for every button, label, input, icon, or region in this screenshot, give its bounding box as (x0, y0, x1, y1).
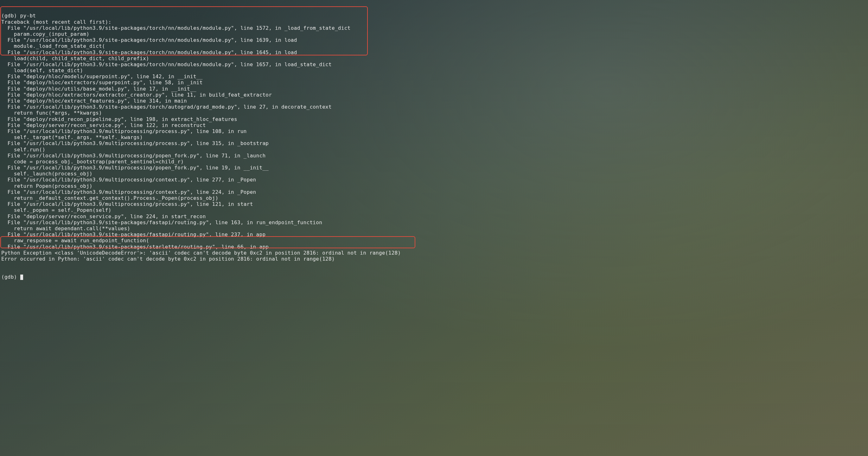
terminal-line: Error occurred in Python: 'ascii' codec … (1, 256, 867, 262)
terminal-line: return _default_context.get_context().Pr… (1, 195, 867, 201)
terminal-line: File "/usr/local/lib/python3.9/site-pack… (1, 50, 867, 56)
terminal-line: load(child, child_state_dict, child_pref… (1, 56, 867, 61)
terminal-line: File "deploy/hloc/models/superpoint.py",… (1, 73, 867, 79)
terminal-line: File "/usr/local/lib/python3.9/multiproc… (1, 165, 867, 171)
cursor-icon (20, 274, 23, 280)
terminal-line: (gdb) py-bt (1, 13, 867, 19)
terminal-line: Python Exception <class 'UnicodeDecodeEr… (1, 250, 867, 256)
terminal-line: self._target(*self._args, **self._kwargs… (1, 134, 867, 140)
terminal-line: File "deploy/hloc/extract_features.py", … (1, 98, 867, 104)
terminal-line: return Popen(process_obj) (1, 183, 867, 189)
terminal-line: code = process_obj._bootstrap(parent_sen… (1, 159, 867, 165)
terminal-line: module._load_from_state_dict( (1, 43, 867, 49)
terminal-line: File "deploy/hloc/extractors/superpoint.… (1, 79, 867, 86)
terminal-line: Traceback (most recent call first): (1, 19, 867, 25)
terminal-line: File "/usr/local/lib/python3.9/site-pack… (1, 244, 867, 250)
terminal-line: self._launch(process_obj) (1, 171, 867, 177)
gdb-prompt-line[interactable]: (gdb) (1, 274, 867, 280)
terminal-line: raw_response = await run_endpoint_functi… (1, 237, 867, 243)
terminal-line: File "/usr/local/lib/python3.9/multiproc… (1, 140, 867, 146)
terminal-line: File "deploy/server/recon_service.py", l… (1, 214, 867, 220)
terminal-line: File "/usr/local/lib/python3.9/multiproc… (1, 128, 867, 134)
gdb-prompt-text: (gdb) (1, 274, 20, 280)
terminal-line: File "deploy/server/recon_service.py", l… (1, 122, 867, 128)
terminal-line: File "/usr/local/lib/python3.9/site-pack… (1, 220, 867, 225)
terminal-line: return func(*args, **kwargs) (1, 110, 867, 116)
terminal-line: File "deploy/rokid_recon_pipeline.py", l… (1, 116, 867, 122)
terminal-output[interactable]: (gdb) py-btTraceback (most recent call f… (0, 0, 868, 287)
terminal-line: File "/usr/local/lib/python3.9/site-pack… (1, 25, 867, 31)
terminal-line: self._popen = self._Popen(self) (1, 207, 867, 213)
terminal-line: load(self, state_dict) (1, 67, 867, 73)
terminal-line: return await dependant.call(**values) (1, 225, 867, 231)
terminal-line: param.copy_(input_param) (1, 31, 867, 37)
terminal-line: File "/usr/local/lib/python3.9/multiproc… (1, 189, 867, 195)
terminal-line: self.run() (1, 146, 867, 153)
terminal-line: File "/usr/local/lib/python3.9/site-pack… (1, 104, 867, 110)
terminal-line: File "/usr/local/lib/python3.9/site-pack… (1, 231, 867, 237)
terminal-line: File "/usr/local/lib/python3.9/site-pack… (1, 61, 867, 67)
terminal-line: File "deploy/hloc/extractors/extractor_c… (1, 92, 867, 98)
terminal-line: File "/usr/local/lib/python3.9/site-pack… (1, 37, 867, 43)
terminal-line: File "deploy/hloc/utils/base_model.py", … (1, 86, 867, 92)
terminal-line: File "/usr/local/lib/python3.9/multiproc… (1, 177, 867, 183)
terminal-line: File "/usr/local/lib/python3.9/multiproc… (1, 201, 867, 207)
terminal-line: File "/usr/local/lib/python3.9/multiproc… (1, 153, 867, 159)
